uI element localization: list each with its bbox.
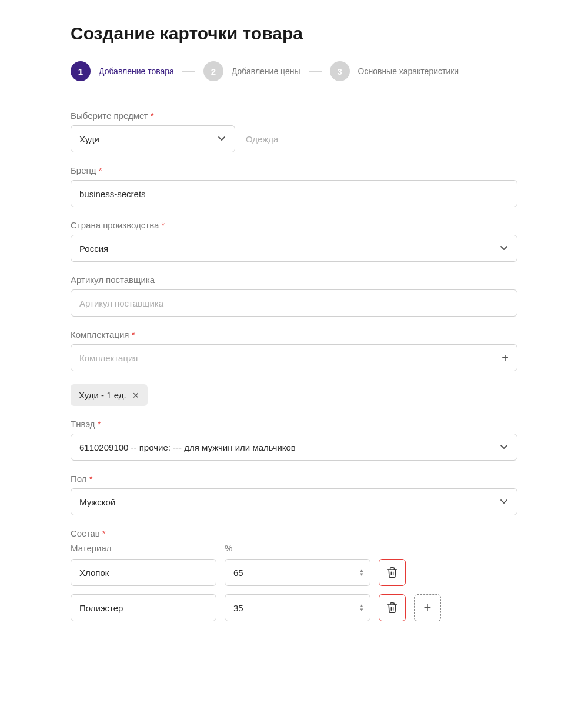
tnved-select[interactable]: 6110209100 -- прочие: --- для мужчин или…: [71, 434, 517, 461]
composition-row: Полиэстер 35 ▲▼ +: [71, 594, 517, 621]
step-connector: [309, 71, 322, 72]
material-input[interactable]: Полиэстер: [71, 594, 216, 621]
brand-input[interactable]: business-secrets: [71, 180, 517, 207]
stepper: 1 Добавление товара 2 Добавление цены 3 …: [71, 61, 517, 81]
item-category: Одежда: [246, 134, 278, 144]
material-value: Полиэстер: [79, 603, 123, 613]
step-1[interactable]: 1 Добавление товара: [71, 61, 174, 81]
material-input[interactable]: Хлопок: [71, 559, 216, 586]
step-2-label: Добавление цены: [232, 66, 300, 76]
step-1-label: Добавление товара: [99, 66, 174, 76]
trash-icon: [386, 567, 398, 578]
page-title: Создание карточки товара: [71, 24, 517, 44]
brand-label: Бренд *: [71, 165, 517, 175]
chevron-down-icon: [217, 134, 226, 145]
step-1-circle: 1: [71, 61, 91, 81]
tnved-label: Тнвэд *: [71, 419, 517, 429]
bundle-chip: Худи - 1 ед. ✕: [71, 384, 148, 406]
percent-value: 65: [233, 568, 243, 578]
delete-button[interactable]: [379, 594, 406, 621]
chip-text: Худи - 1 ед.: [79, 390, 126, 400]
chevron-down-icon: [499, 497, 509, 508]
country-select[interactable]: Россия: [71, 235, 517, 262]
brand-value: business-secrets: [79, 189, 146, 199]
item-label: Выберите предмет *: [71, 111, 517, 121]
percent-value: 35: [233, 603, 243, 613]
plus-icon: +: [424, 600, 432, 615]
step-3[interactable]: 3 Основные характеристики: [330, 61, 459, 81]
country-value: Россия: [79, 244, 108, 254]
col-percent-header: %: [225, 543, 232, 553]
add-row-button[interactable]: +: [414, 594, 441, 621]
close-icon[interactable]: ✕: [132, 391, 139, 400]
chevron-down-icon: [499, 243, 509, 254]
percent-input[interactable]: 65 ▲▼: [225, 559, 370, 586]
step-connector: [182, 71, 195, 72]
material-value: Хлопок: [79, 568, 109, 578]
percent-input[interactable]: 35 ▲▼: [225, 594, 370, 621]
delete-button[interactable]: [379, 559, 406, 586]
step-3-circle: 3: [330, 61, 350, 81]
gender-label: Пол *: [71, 474, 517, 484]
number-stepper-icon[interactable]: ▲▼: [359, 604, 364, 612]
number-stepper-icon[interactable]: ▲▼: [359, 568, 364, 577]
item-value: Худи: [79, 134, 99, 144]
item-select[interactable]: Худи: [71, 125, 235, 152]
supplier-sku-placeholder: Артикул поставщика: [79, 298, 163, 308]
country-label: Страна производства *: [71, 220, 517, 230]
composition-row: Хлопок 65 ▲▼: [71, 559, 517, 586]
composition-label: Состав *: [71, 528, 517, 538]
step-3-label: Основные характеристики: [358, 66, 459, 76]
tnved-value: 6110209100 -- прочие: --- для мужчин или…: [79, 442, 296, 452]
gender-select[interactable]: Мужской: [71, 488, 517, 515]
supplier-sku-input[interactable]: Артикул поставщика: [71, 289, 517, 317]
plus-icon: +: [502, 351, 509, 365]
bundle-label: Комплектация *: [71, 329, 517, 339]
col-material-header: Материал: [71, 543, 225, 553]
step-2-circle: 2: [203, 61, 223, 81]
trash-icon: [386, 602, 398, 614]
supplier-sku-label: Артикул поставщика: [71, 275, 517, 285]
bundle-placeholder: Комплектация: [79, 353, 138, 363]
gender-value: Мужской: [79, 497, 115, 507]
chevron-down-icon: [499, 442, 509, 453]
bundle-input[interactable]: Комплектация +: [71, 344, 517, 371]
step-2[interactable]: 2 Добавление цены: [203, 61, 300, 81]
